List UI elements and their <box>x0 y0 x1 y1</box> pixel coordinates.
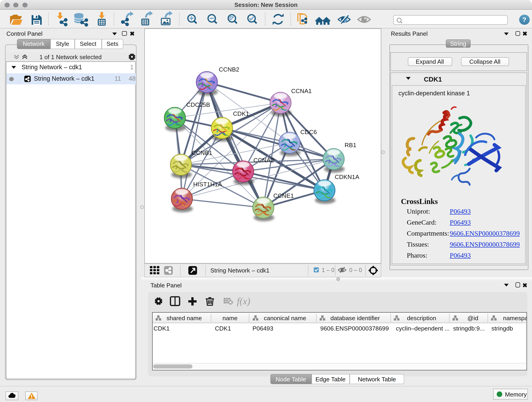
svg-text:CCNB2: CCNB2 <box>219 66 239 73</box>
svg-text:CCNA2: CCNA2 <box>253 157 274 163</box>
svg-text:CCNB1: CCNB1 <box>192 149 212 156</box>
svg-text:name: name <box>222 315 237 322</box>
svg-text:description: description <box>407 315 436 322</box>
svg-text:f(x): f(x) <box>237 296 250 307</box>
svg-text:CDC25B: CDC25B <box>186 101 210 108</box>
svg-text:CDKN1A: CDKN1A <box>335 173 359 180</box>
svg-text:RB1: RB1 <box>345 141 356 148</box>
svg-text:0 – 0: 0 – 0 <box>349 267 362 273</box>
svg-text:String Network – cdk1: String Network – cdk1 <box>210 267 269 274</box>
svg-text:1 – 0: 1 – 0 <box>322 267 335 273</box>
svg-text:shared name: shared name <box>166 315 202 322</box>
svg-text:CCNA1: CCNA1 <box>291 87 312 94</box>
svg-text:canonical name: canonical name <box>264 315 306 322</box>
svg-text:HIST1H1A: HIST1H1A <box>193 181 222 187</box>
svg-text:@id: @id <box>467 315 478 322</box>
svg-text:database identifier: database identifier <box>330 315 380 322</box>
svg-text:CDC6: CDC6 <box>300 128 317 135</box>
svg-text:namespace: namespace <box>503 315 527 322</box>
svg-text:CDK1: CDK1 <box>233 110 249 117</box>
svg-text:CCNE1: CCNE1 <box>273 192 294 199</box>
